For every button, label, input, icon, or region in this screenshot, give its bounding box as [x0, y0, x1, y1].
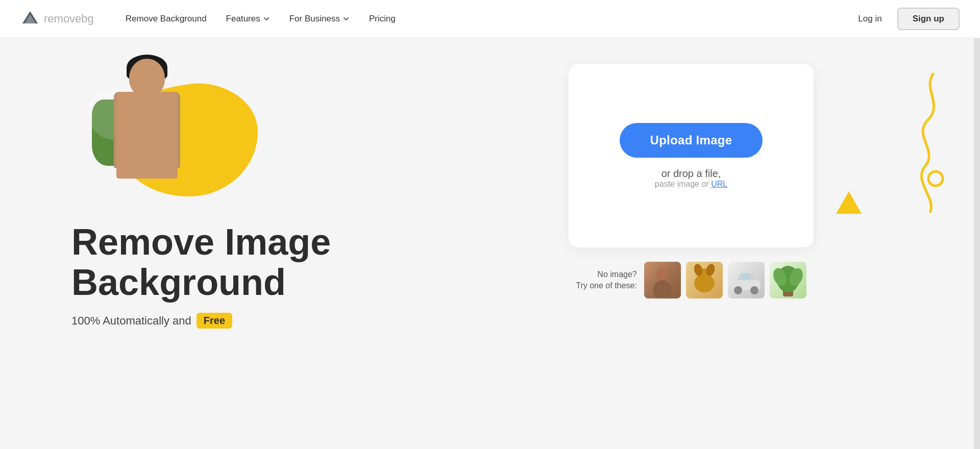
svg-point-11: [734, 286, 742, 294]
nav-for-business[interactable]: For Business: [282, 10, 357, 28]
sample-thumb-car[interactable]: [728, 262, 765, 298]
upload-image-button[interactable]: Upload Image: [620, 123, 763, 158]
chevron-down-icon: [263, 15, 270, 22]
hero-subtitle: 100% Automatically and Free: [71, 313, 232, 329]
svg-point-5: [653, 280, 672, 298]
scrollbar[interactable]: [974, 0, 980, 449]
chevron-down-icon-2: [342, 15, 350, 22]
hero-image-container: [82, 59, 296, 207]
svg-rect-13: [742, 274, 749, 280]
navbar: removebg Remove Background Features For …: [0, 0, 980, 38]
right-section: Upload Image or drop a file, paste image…: [408, 38, 974, 449]
hero-title: Remove Image Background: [71, 222, 331, 303]
sample-row: No image? Try one of these:: [576, 262, 806, 298]
drop-text: or drop a file, paste image or URL: [655, 168, 727, 189]
url-link[interactable]: URL: [711, 180, 727, 188]
person-head: [129, 59, 165, 97]
sample-thumb-person[interactable]: [644, 262, 681, 298]
svg-point-4: [656, 268, 669, 280]
nav-pricing[interactable]: Pricing: [362, 10, 403, 28]
upload-card: Upload Image or drop a file, paste image…: [569, 64, 814, 247]
sample-thumbs: [644, 262, 806, 298]
svg-point-2: [928, 171, 943, 186]
triangle-decoration: [836, 191, 862, 214]
nav-remove-background[interactable]: Remove Background: [118, 10, 214, 28]
main-content: Remove Image Background 100% Automatical…: [0, 38, 974, 449]
logo-text: removebg: [44, 12, 94, 26]
sample-thumb-plant[interactable]: [770, 262, 806, 298]
signup-button[interactable]: Sign up: [897, 8, 960, 30]
logo-icon: [20, 9, 40, 29]
free-badge: Free: [197, 313, 232, 329]
svg-marker-3: [836, 191, 862, 214]
nav-features[interactable]: Features: [219, 10, 277, 28]
svg-point-12: [750, 286, 758, 294]
login-button[interactable]: Log in: [851, 10, 889, 28]
left-section: Remove Image Background 100% Automatical…: [0, 38, 408, 449]
sample-thumb-dog[interactable]: [686, 262, 723, 298]
hero-person: [82, 59, 212, 202]
person-body: [116, 92, 178, 179]
logo[interactable]: removebg: [20, 9, 94, 29]
nav-links: Remove Background Features For Business …: [118, 10, 851, 28]
nav-right: Log in Sign up: [851, 8, 960, 30]
sample-label: No image? Try one of these:: [576, 269, 636, 292]
